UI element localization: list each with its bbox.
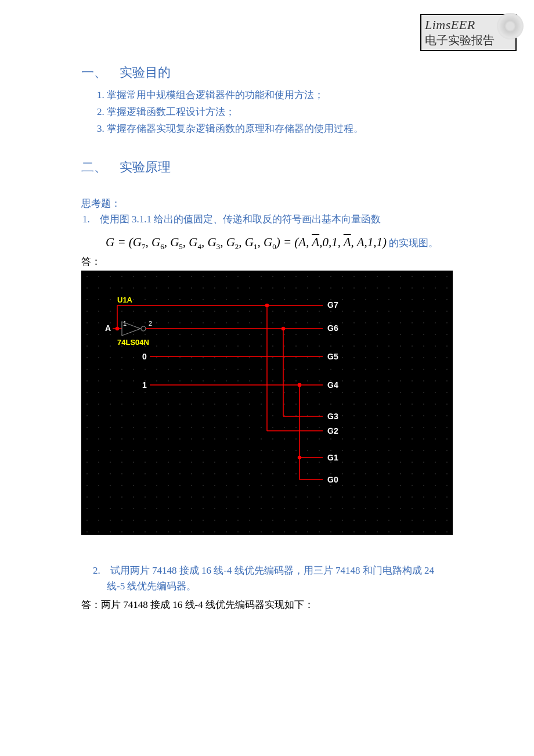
logo-text-en: LimsEER: [425, 17, 512, 33]
output-G6: G6: [327, 323, 338, 333]
answer-1-label: 答：: [81, 255, 453, 268]
output-G4: G4: [327, 380, 338, 390]
output-G0: G0: [327, 475, 338, 484]
output-G2: G2: [327, 426, 338, 435]
answer-2-label: 答：两片 74148 接成 16 线-4 线优先编码器实现如下：: [81, 598, 453, 611]
logo-text-cn: 电子实验报告: [425, 33, 512, 48]
component-label: U1A: [117, 296, 133, 304]
svg-point-20: [298, 456, 301, 459]
section-2-heading: 二、 实验原理: [81, 159, 453, 176]
pin-2-label: 2: [149, 320, 152, 327]
output-G7: G7: [327, 300, 338, 309]
objective-1: 掌握常用中规模组合逻辑器件的功能和使用方法；: [107, 88, 453, 102]
output-G3: G3: [327, 412, 338, 421]
const-1-label: 1: [142, 380, 147, 390]
question-1-formula: G = (G7, G6, G5, G4, G3, G2, G1, G0) = (…: [106, 235, 453, 251]
svg-point-12: [266, 304, 269, 307]
chip-label: 74LS04N: [117, 338, 149, 347]
svg-point-8: [116, 327, 119, 330]
const-0-label: 0: [142, 352, 147, 361]
objective-2: 掌握逻辑函数工程设计方法；: [107, 105, 453, 118]
output-G1: G1: [327, 453, 338, 462]
output-G5: G5: [327, 352, 338, 361]
input-A-label: A: [105, 323, 111, 333]
logo-box: LimsEER 电子实验报告: [420, 14, 517, 51]
circuit-diagram: U1A A 1 2 74LS04N 0 1 G7 G6 G5 G4 G3 G2 …: [81, 271, 453, 535]
svg-point-15: [282, 327, 285, 330]
question-1: 1. 使用图 3.1.1 给出的值固定、传递和取反的符号画出基本向量函数: [81, 213, 453, 226]
section-1-heading: 一、 实验目的: [81, 64, 453, 81]
question-2: 2. 试用两片 74148 接成 16 线-4 线优先编码器，用三片 74148…: [81, 563, 453, 594]
svg-point-22: [298, 384, 301, 387]
objective-3: 掌握存储器实现复杂逻辑函数的原理和存储器的使用过程。: [107, 122, 453, 135]
thinking-questions-label: 思考题：: [81, 197, 453, 210]
objectives-list: 掌握常用中规模组合逻辑器件的功能和使用方法； 掌握逻辑函数工程设计方法； 掌握存…: [81, 88, 453, 135]
